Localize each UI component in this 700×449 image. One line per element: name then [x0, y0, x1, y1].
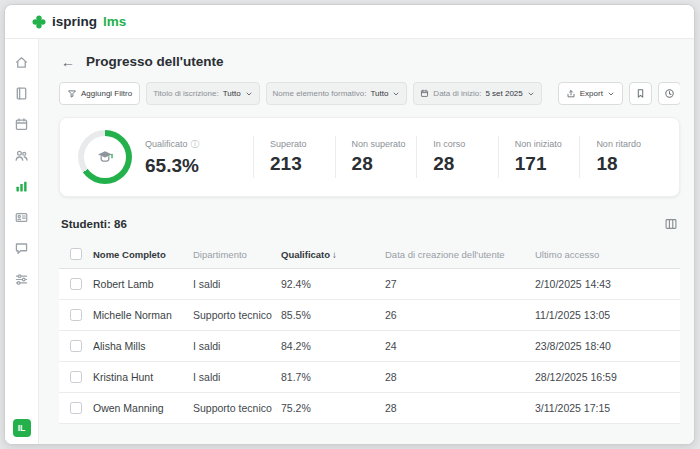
sidebar-item-settings[interactable]: [11, 270, 33, 288]
table-row: Kristina Hunt I saldi 81.7% 28 28/12/202…: [59, 362, 680, 393]
cell-qualified: 85.5%: [281, 309, 385, 321]
header-created[interactable]: Data di creazione dell'utente: [385, 249, 535, 260]
table-row: Michelle Norman Supporto tecnico 85.5% 2…: [59, 300, 680, 331]
cell-name: Michelle Norman: [93, 309, 193, 321]
book-icon: [14, 86, 29, 101]
cell-qualified: 92.4%: [281, 278, 385, 290]
cell-department: I saldi: [193, 371, 281, 383]
user-avatar[interactable]: IL: [13, 419, 31, 437]
sidebar-item-users[interactable]: [11, 146, 33, 164]
cell-name: Owen Manning: [93, 402, 193, 414]
cell-last-access: 28/12/2025 16:59: [535, 371, 680, 383]
qualified-label: Qualificato: [145, 139, 188, 149]
clover-logo-icon: [31, 14, 47, 30]
qualified-value: 65.3%: [145, 155, 253, 177]
cell-qualified: 84.2%: [281, 340, 385, 352]
stat-not-started: Non iniziato 171: [499, 139, 580, 175]
stat-overdue: Non ritardo 18: [580, 139, 661, 175]
export-button[interactable]: Export: [558, 82, 623, 105]
cell-last-access: 2/10/2025 14:43: [535, 278, 680, 290]
table-header-row: Nome Completo Dipartimento Qualificato↓ …: [59, 240, 680, 269]
stat-in-progress: In corso 28: [417, 139, 498, 175]
sidebar: IL: [5, 39, 39, 444]
table-row: Owen Manning Supporto tecnico 75.2% 28 3…: [59, 393, 680, 424]
cell-name: Robert Lamb: [93, 278, 193, 290]
cell-created: 27: [385, 278, 535, 290]
cell-created: 26: [385, 309, 535, 321]
cell-department: I saldi: [193, 278, 281, 290]
bar-chart-icon: [14, 179, 29, 194]
cell-last-access: 11/1/2025 13:05: [535, 309, 680, 321]
cell-name: Alisha Mills: [93, 340, 193, 352]
chat-icon: [14, 241, 29, 256]
chevron-down-icon: [245, 90, 253, 98]
back-arrow-icon[interactable]: ←: [61, 55, 75, 69]
columns-icon: [664, 217, 678, 231]
cell-created: 28: [385, 371, 535, 383]
bookmark-icon: [635, 88, 646, 99]
row-checkbox[interactable]: [70, 278, 82, 290]
calendar-icon: [14, 117, 29, 132]
cell-created: 28: [385, 402, 535, 414]
donut-center: [84, 136, 126, 178]
home-icon: [14, 55, 29, 70]
add-filter-label: Aggiungi Filtro: [81, 89, 132, 98]
column-settings-button[interactable]: [664, 217, 678, 231]
app-window: ispringlms: [4, 4, 695, 445]
header-last-access[interactable]: Ultimo accesso: [535, 249, 680, 260]
students-count: Studenti: 86: [61, 218, 127, 230]
brand-product: lms: [103, 14, 126, 29]
table-row: Alisha Mills I saldi 84.2% 24 23/8/2025 …: [59, 331, 680, 362]
cell-last-access: 3/11/2025 17:15: [535, 402, 680, 414]
graduation-cap-icon: [95, 147, 115, 167]
header-name[interactable]: Nome Completo: [93, 249, 193, 260]
select-all-checkbox[interactable]: [70, 248, 82, 260]
sidebar-item-home[interactable]: [11, 53, 33, 71]
cell-qualified: 81.7%: [281, 371, 385, 383]
qualified-donut: [78, 130, 132, 184]
funnel-icon: [67, 89, 77, 99]
sliders-icon: [14, 272, 29, 287]
filter-chip-content-item[interactable]: Nome elemento formativo: Tutto: [266, 82, 408, 105]
id-card-icon: [14, 210, 29, 225]
top-bar: ispringlms: [5, 5, 694, 39]
stat-failed: Non superato 28: [336, 139, 417, 175]
cell-department: Supporto tecnico: [193, 309, 281, 321]
sidebar-item-calendar[interactable]: [11, 115, 33, 133]
row-checkbox[interactable]: [70, 402, 82, 414]
history-button[interactable]: [658, 82, 680, 105]
table-row: Robert Lamb I saldi 92.4% 27 2/10/2025 1…: [59, 269, 680, 300]
cell-qualified: 75.2%: [281, 402, 385, 414]
export-icon: [566, 89, 576, 99]
add-filter-button[interactable]: Aggiungi Filtro: [59, 82, 140, 105]
chevron-down-icon: [392, 90, 400, 98]
cell-department: I saldi: [193, 340, 281, 352]
export-label: Export: [580, 89, 603, 98]
row-checkbox[interactable]: [70, 371, 82, 383]
row-checkbox[interactable]: [70, 340, 82, 352]
chevron-down-icon: [527, 90, 535, 98]
filter-chip-enrollment[interactable]: Titolo di iscrizione: Tutto: [146, 82, 259, 105]
page-title: Progresso dell'utente: [86, 54, 224, 69]
sidebar-item-courses[interactable]: [11, 84, 33, 102]
sidebar-item-reports[interactable]: [11, 177, 33, 195]
students-table: Nome Completo Dipartimento Qualificato↓ …: [59, 240, 680, 424]
header-qualified[interactable]: Qualificato↓: [281, 249, 385, 260]
brand-name: ispring: [52, 14, 97, 29]
sidebar-item-certificates[interactable]: [11, 208, 33, 226]
header-department[interactable]: Dipartimento: [193, 249, 281, 260]
calendar-icon: [420, 89, 429, 98]
ispring-logo[interactable]: ispringlms: [31, 14, 126, 30]
cell-created: 24: [385, 340, 535, 352]
summary-card: Qualificato ⓘ 65.3% Superato 213 Non sup…: [59, 117, 680, 197]
users-icon: [14, 148, 29, 163]
clock-icon: [664, 88, 675, 99]
stat-passed: Superato 213: [254, 139, 335, 175]
sort-desc-icon: ↓: [332, 249, 337, 260]
filter-bar: Aggiungi Filtro Titolo di iscrizione: Tu…: [59, 82, 680, 105]
sidebar-item-messages[interactable]: [11, 239, 33, 257]
row-checkbox[interactable]: [70, 309, 82, 321]
info-icon[interactable]: ⓘ: [191, 138, 200, 151]
filter-chip-start-date[interactable]: Data di inizio: 5 set 2025: [413, 82, 541, 105]
bookmark-button[interactable]: [629, 82, 652, 105]
